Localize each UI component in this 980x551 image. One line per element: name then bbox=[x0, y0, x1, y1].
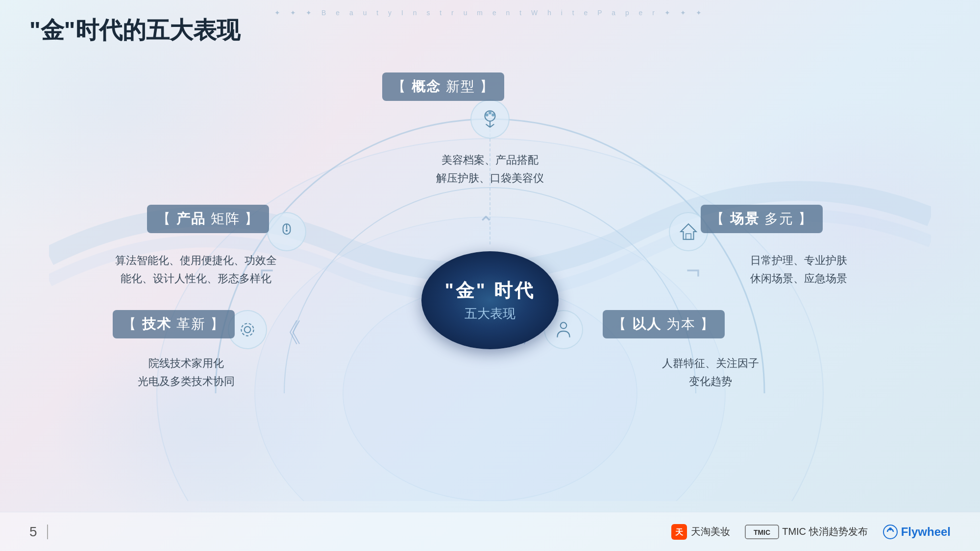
right-bracket: ¬ bbox=[686, 256, 700, 285]
svg-line-7 bbox=[490, 124, 494, 127]
center-title: "金" 时代 bbox=[445, 278, 536, 303]
svg-point-24 bbox=[889, 527, 892, 530]
right-desc: 日常护理、专业护肤 休闲场景、应急场景 bbox=[691, 251, 906, 288]
svg-point-10 bbox=[489, 111, 491, 114]
center-subtitle: 五大表现 bbox=[465, 305, 515, 322]
flywheel-icon bbox=[882, 524, 898, 540]
bottom-left-label-box: 【 技术 革新 】 bbox=[113, 310, 235, 338]
person-icon bbox=[553, 319, 574, 340]
footer-logos: 天 天淘美妆 TMIC TMIC 快消趋势发布 Flywheel bbox=[670, 523, 951, 541]
bottom-right-label-box: 【 以人 为本 】 bbox=[603, 310, 725, 338]
tmic-icon: TMIC bbox=[745, 525, 779, 539]
svg-point-8 bbox=[486, 113, 489, 116]
gear-icon bbox=[237, 319, 258, 340]
page-title: "金"时代的五大表现 bbox=[29, 15, 240, 46]
diagram-container: "金" 时代 五大表现 【 概念 新型 】 美容档案、产品搭配 解压护肤、口袋 bbox=[49, 60, 931, 501]
bottom-right-desc: 人群特征、关注因子 变化趋势 bbox=[608, 354, 813, 391]
right-label-box: 【 场景 多元 】 bbox=[701, 205, 823, 233]
center-oval: "金" 时代 五大表现 bbox=[421, 251, 559, 349]
taobao-logo: 天 天淘美妆 bbox=[670, 523, 730, 541]
svg-point-9 bbox=[491, 113, 494, 116]
top-label-box: 【 概念 新型 】 bbox=[382, 72, 504, 101]
taobao-icon: 天 bbox=[670, 523, 688, 541]
svg-text:天: 天 bbox=[675, 528, 684, 536]
svg-rect-15 bbox=[686, 234, 691, 240]
svg-point-16 bbox=[245, 326, 251, 333]
footer: 5 天 天淘美妆 TMIC TMIC 快消趋势发布 Flywhee bbox=[0, 512, 980, 551]
taobao-label: 天淘美妆 bbox=[691, 525, 730, 538]
tmic-logo: TMIC TMIC 快消趋势发布 bbox=[745, 525, 867, 539]
chevron-up: ⌃ bbox=[478, 212, 494, 235]
brain-icon bbox=[480, 109, 500, 129]
svg-point-17 bbox=[241, 323, 253, 335]
page-number: 5 bbox=[29, 524, 37, 540]
top-desc: 美容档案、产品搭配 解压护肤、口袋美容仪 bbox=[368, 151, 612, 188]
tmic-label: TMIC 快消趋势发布 bbox=[782, 525, 867, 538]
bottom-left-desc: 院线技术家用化 光电及多类技术协同 bbox=[93, 354, 279, 391]
svg-marker-14 bbox=[681, 224, 696, 240]
left-bracket: ⌐ bbox=[260, 256, 274, 285]
footer-divider bbox=[47, 525, 48, 539]
left-arrow: 《 bbox=[274, 315, 301, 351]
home-icon bbox=[678, 221, 699, 242]
header-sparkle-text: ✦ ✦ ✦ B e a u t y I n s t r u m e n t W … bbox=[274, 9, 705, 17]
svg-line-6 bbox=[486, 124, 490, 127]
svg-text:TMIC: TMIC bbox=[754, 528, 770, 536]
flywheel-label: Flywheel bbox=[901, 525, 951, 539]
left-icon-circle bbox=[267, 212, 306, 251]
svg-point-23 bbox=[883, 525, 897, 539]
svg-point-13 bbox=[286, 229, 288, 231]
top-icon-circle bbox=[470, 99, 510, 139]
device-icon bbox=[276, 221, 297, 242]
flywheel-logo: Flywheel bbox=[882, 524, 951, 540]
diagram-area: "金" 时代 五大表现 【 概念 新型 】 美容档案、产品搭配 解压护肤、口袋 bbox=[0, 49, 980, 512]
svg-point-18 bbox=[561, 322, 567, 329]
left-label-box: 【 产品 矩阵 】 bbox=[147, 205, 269, 233]
